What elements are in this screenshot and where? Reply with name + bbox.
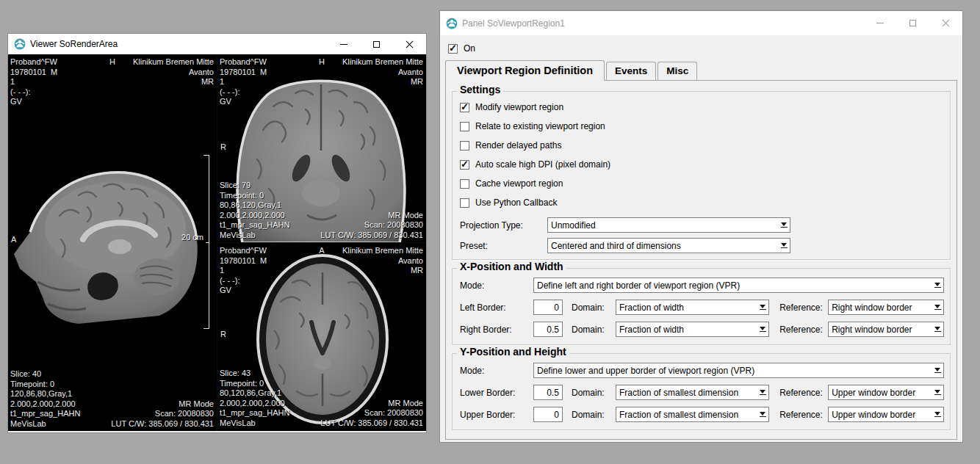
preset-label: Preset: <box>460 241 547 251</box>
settings-group-title: Settings <box>457 84 503 95</box>
upper-border-input[interactable] <box>533 407 563 422</box>
maximize-button[interactable] <box>896 11 929 35</box>
use-python-callback-checkbox[interactable] <box>460 198 469 208</box>
domain-label: Domain: <box>572 325 616 335</box>
viewer-window-title: Viewer SoRenderArea <box>30 39 118 49</box>
minimize-icon <box>340 44 347 45</box>
x-mode-label: Mode: <box>460 280 533 291</box>
panel-window-title: Panel SoViewportRegion1 <box>462 18 565 29</box>
checkbox-row-render-delayed-paths[interactable]: Render delayed paths <box>460 136 944 155</box>
chevron-down-icon[interactable] <box>757 407 768 421</box>
upper-border-label: Upper Border: <box>460 410 533 420</box>
sagittal-mri-image <box>8 164 217 326</box>
combo-value: Fraction of smallest dimension <box>616 388 757 398</box>
panel-window: Panel SoViewportRegion1 On Viewport Regi… <box>439 10 963 443</box>
render-delayed-paths-checkbox[interactable] <box>460 141 469 151</box>
viewport-sagittal[interactable]: Proband^FW19780101 M1(- - -):GV H Klinik… <box>8 54 217 431</box>
chevron-down-icon[interactable] <box>778 218 790 232</box>
checkbox-label: Cache viewport region <box>475 178 563 189</box>
checkbox-label: Render delayed paths <box>475 140 561 151</box>
tab-viewport-region-definition[interactable]: Viewport Region Definition <box>445 60 605 81</box>
right-viewport-column: Proband^FW19780101 M1(- - -):GV H Klinik… <box>217 54 426 431</box>
y-mode-select[interactable]: Define lower and upper border of viewpor… <box>533 363 944 378</box>
chevron-down-icon[interactable] <box>757 300 768 314</box>
chevron-down-icon[interactable] <box>757 385 768 399</box>
chevron-down-icon[interactable] <box>757 322 768 336</box>
right-border-input[interactable] <box>533 322 563 337</box>
x-mode-select[interactable]: Define left and right border of viewport… <box>533 278 944 293</box>
lower-border-label: Lower Border: <box>460 388 533 398</box>
modify-viewport-region-checkbox[interactable] <box>460 103 469 112</box>
ruler-tick <box>206 242 209 243</box>
reference-label: Reference: <box>779 410 828 420</box>
tab-events[interactable]: Events <box>606 62 656 80</box>
viewport-coronal[interactable]: Proband^FW19780101 M1(- - -):GV H Klinik… <box>217 54 426 243</box>
close-button[interactable] <box>929 11 962 35</box>
right-border-domain-select[interactable]: Fraction of width <box>616 322 769 337</box>
chevron-down-icon[interactable] <box>932 300 943 314</box>
maximize-button[interactable] <box>360 34 393 54</box>
mode-info-block: MR ModeScan: 20080830LUT C/W: 385.069 / … <box>111 399 214 429</box>
tab-misc[interactable]: Misc <box>657 62 697 80</box>
chevron-down-icon[interactable] <box>932 385 943 399</box>
checkbox-row-cache-viewport-region[interactable]: Cache viewport region <box>460 174 944 193</box>
checkbox-row-use-python-callback[interactable]: Use Python Callback <box>460 193 944 212</box>
on-checkbox-row[interactable]: On <box>448 42 962 55</box>
orientation-marker-top: H <box>319 57 325 68</box>
right-border-reference-select[interactable]: Right window border <box>828 322 944 337</box>
projection-type-row: Projection Type: Unmodified <box>460 217 944 233</box>
x-mode-row: Mode: Define left and right border of vi… <box>460 278 944 293</box>
site-info-block: Klinikum Bremen MitteAvantoMR <box>342 57 423 87</box>
combo-value: Right window border <box>829 302 932 313</box>
orientation-marker-left: R <box>220 142 226 153</box>
minimize-icon <box>876 23 884 23</box>
x-position-group: X-Position and Width Mode: Define left a… <box>452 268 951 345</box>
patient-info-block: Proband^FW19780101 M1(- - -):GV <box>220 57 267 107</box>
right-border-label: Right Border: <box>460 325 533 335</box>
projection-type-select[interactable]: Unmodified <box>547 217 790 233</box>
combo-value: Fraction of width <box>616 325 757 335</box>
chevron-down-icon[interactable] <box>932 322 943 336</box>
chevron-down-icon[interactable] <box>932 363 943 377</box>
lower-border-domain-select[interactable]: Fraction of smallest dimension <box>616 385 769 400</box>
left-border-reference-select[interactable]: Right window border <box>828 300 944 315</box>
viewport-axial[interactable]: Proband^FW19780101 M1(- - -):GV A Klinik… <box>217 243 426 430</box>
left-border-domain-select[interactable]: Fraction of width <box>616 300 769 315</box>
minimize-button[interactable] <box>327 34 360 54</box>
relate-to-existing-checkbox[interactable] <box>460 122 469 131</box>
checkbox-row-relate-to-existing[interactable]: Relate to existing viewport region <box>460 117 944 136</box>
combo-value: Define left and right border of viewport… <box>534 280 932 291</box>
checkbox-row-modify-viewport-region[interactable]: Modify viewport region <box>460 98 944 117</box>
panel-titlebar[interactable]: Panel SoViewportRegion1 <box>440 11 962 35</box>
y-mode-row: Mode: Define lower and upper border of v… <box>460 363 944 378</box>
cache-viewport-region-checkbox[interactable] <box>460 179 469 189</box>
orientation-marker-left: A <box>11 235 16 245</box>
lower-border-row: Lower Border: Domain: Fraction of smalle… <box>460 385 944 400</box>
x-position-group-title: X-Position and Width <box>457 261 566 272</box>
chevron-down-icon[interactable] <box>932 278 943 292</box>
right-border-row: Right Border: Domain: Fraction of width … <box>460 322 944 337</box>
upper-border-reference-select[interactable]: Upper window border <box>828 407 944 422</box>
on-checkbox[interactable] <box>448 44 458 54</box>
chevron-down-icon[interactable] <box>778 239 790 253</box>
close-button[interactable] <box>393 34 426 54</box>
lower-border-input[interactable] <box>533 385 563 400</box>
left-border-input[interactable] <box>533 300 563 315</box>
combo-value: Fraction of smallest dimension <box>616 410 757 420</box>
preset-select[interactable]: Centered and third of dimensions <box>547 238 790 253</box>
checkbox-label: Use Python Callback <box>475 197 557 208</box>
upper-border-domain-select[interactable]: Fraction of smallest dimension <box>616 407 769 422</box>
combo-value: Unmodified <box>548 220 778 231</box>
y-position-group-title: Y-Position and Height <box>457 346 569 358</box>
maximize-icon <box>373 41 380 48</box>
site-info-block: Klinikum Bremen MitteAvantoMR <box>342 246 423 276</box>
auto-scale-high-dpi-checkbox[interactable] <box>460 160 469 170</box>
minimize-button[interactable] <box>863 11 896 35</box>
upper-border-row: Upper Border: Domain: Fraction of smalle… <box>460 407 944 422</box>
checkbox-row-auto-scale-high-dpi[interactable]: Auto scale high DPI (pixel domain) <box>460 155 944 174</box>
viewer-titlebar[interactable]: Viewer SoRenderArea <box>8 34 426 54</box>
lower-border-reference-select[interactable]: Upper window border <box>828 385 944 400</box>
reference-label: Reference: <box>779 302 828 313</box>
chevron-down-icon[interactable] <box>932 407 943 421</box>
checkbox-label: Relate to existing viewport region <box>475 121 605 131</box>
